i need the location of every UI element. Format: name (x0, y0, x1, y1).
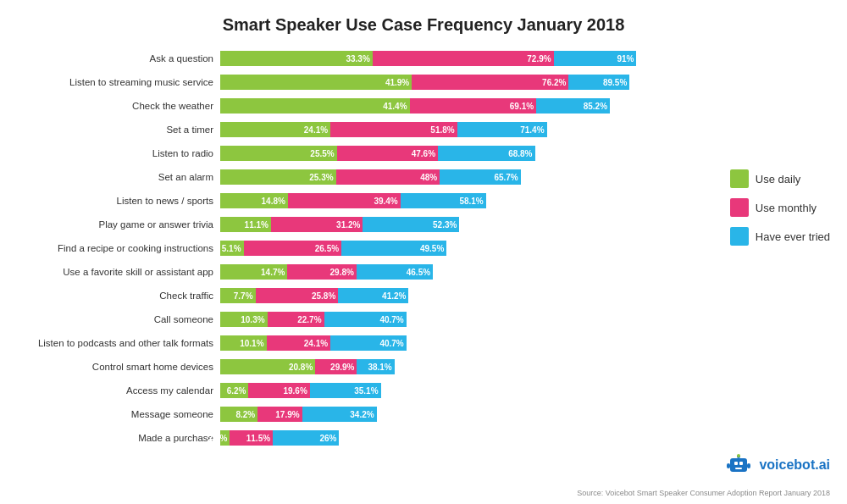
bar-daily: 20.8% (220, 359, 315, 374)
row-label: Set an alarm (17, 165, 220, 189)
bar-daily-label: 6.2% (227, 386, 246, 396)
legend-item-tried: Have ever tried (730, 227, 830, 246)
bar-tried-label: 68.8% (508, 149, 532, 158)
row-label: Listen to podcasts and other talk format… (17, 331, 220, 355)
bar-daily-label: 24.1% (304, 125, 328, 135)
bar-daily: 2.1% (220, 430, 230, 446)
bar-monthly-label: 22.7% (297, 315, 321, 324)
row-label: Check traffic (17, 284, 220, 307)
bar-daily-label: 14.8% (262, 197, 285, 206)
bar-row: 40.7%24.1%10.1% (220, 331, 830, 355)
legend-box-monthly (730, 198, 749, 217)
bar-daily: 10.3% (220, 312, 268, 327)
bar-row: 91%72.9%33.3% (220, 47, 830, 70)
bar-row: 41.2%25.8%7.7% (220, 284, 830, 307)
bar-wrapper: 35.1%19.6%6.2% (220, 383, 381, 398)
bar-monthly-label: 11.5% (246, 434, 270, 443)
bar-tried-label: 38.1% (368, 363, 391, 372)
row-label: Check the weather (17, 94, 220, 118)
bar-row: 34.2%17.9%8.2% (220, 402, 830, 426)
bar-daily-label: 7.7% (234, 291, 253, 301)
bar-daily-label: 2.1% (208, 434, 228, 443)
bar-tried-label: 65.7% (494, 173, 518, 182)
bar-monthly-label: 72.9% (527, 54, 551, 64)
bar-daily: 14.8% (220, 193, 288, 208)
row-label: Made a purchase (17, 426, 220, 450)
bar-tried-label: 89.5% (603, 78, 627, 87)
bar-wrapper: 89.5%76.2%41.9% (220, 75, 629, 90)
voicebot-text: voicebot.ai (759, 457, 830, 473)
bar-daily: 24.1% (220, 122, 330, 137)
bar-row: 35.1%19.6%6.2% (220, 379, 830, 402)
bar-tried-label: 85.2% (584, 102, 607, 111)
bar-daily: 10.1% (220, 335, 267, 351)
bar-wrapper: 91%72.9%33.3% (220, 51, 636, 66)
bar-tried-label: 58.1% (459, 197, 483, 206)
bar-daily-label: 5.1% (222, 244, 241, 253)
chart-body: Ask a questionListen to streaming music … (17, 47, 830, 450)
bar-daily-label: 41.4% (383, 102, 407, 111)
bar-tried-label: 40.7% (379, 315, 403, 324)
row-label: Control smart home devices (17, 355, 220, 379)
bar-wrapper: 46.5%29.8%14.7% (220, 264, 433, 280)
bar-daily: 41.4% (220, 98, 410, 114)
bar-monthly-label: 17.9% (275, 410, 299, 419)
bar-wrapper: 41.2%25.8%7.7% (220, 288, 408, 303)
legend-label-monthly: Use monthly (756, 202, 817, 214)
svg-rect-0 (730, 458, 747, 472)
row-label: Play game or answer trivia (17, 213, 220, 236)
legend-item-daily: Use daily (730, 169, 830, 188)
bar-daily: 41.9% (220, 75, 412, 90)
voicebot-robot-icon (723, 450, 754, 480)
bar-tried-label: 41.2% (382, 291, 406, 301)
row-label: Message someone (17, 402, 220, 426)
legend: Use daily Use monthly Have ever tried (730, 169, 830, 246)
bar-tried-label: 52.3% (433, 220, 457, 230)
bar-tried-label: 71.4% (520, 125, 544, 135)
svg-rect-5 (727, 463, 730, 468)
source-text: Source: Voicebot Smart Speaker Consumer … (577, 489, 830, 497)
bar-daily: 6.2% (220, 383, 248, 398)
bar-daily-label: 20.8% (289, 363, 313, 372)
bar-monthly-label: 25.8% (312, 291, 335, 301)
bar-monthly-label: 76.2% (542, 78, 566, 87)
bar-tried-label: 49.5% (420, 244, 444, 253)
row-label: Listen to streaming music service (17, 70, 220, 94)
bar-row: 46.5%29.8%14.7% (220, 260, 830, 284)
bars-column: 91%72.9%33.3%89.5%76.2%41.9%85.2%69.1%41… (220, 47, 830, 450)
row-label: Use a favorite skill or assistant app (17, 260, 220, 284)
bar-monthly-label: 29.8% (330, 268, 354, 277)
bar-wrapper: 65.7%48%25.3% (220, 169, 521, 185)
bar-wrapper: 26%11.5%2.1% (220, 430, 339, 446)
bar-wrapper: 40.7%22.7%10.3% (220, 312, 407, 327)
bar-tried-label: 26% (319, 434, 336, 443)
bar-daily-label: 25.3% (309, 173, 333, 182)
bar-wrapper: 71.4%51.8%24.1% (220, 122, 547, 137)
bar-monthly-label: 29.9% (330, 363, 354, 372)
bar-wrapper: 68.8%47.6%25.5% (220, 146, 535, 161)
bar-tried-label: 46.5% (407, 268, 430, 277)
bar-wrapper: 38.1%29.9%20.8% (220, 359, 395, 374)
svg-rect-6 (747, 463, 750, 468)
bar-tried-label: 35.1% (354, 386, 378, 396)
legend-item-monthly: Use monthly (730, 198, 830, 217)
bar-tried-label: 34.2% (350, 410, 374, 419)
svg-rect-3 (735, 468, 742, 469)
row-label: Call someone (17, 307, 220, 331)
bar-monthly-label: 47.6% (412, 149, 435, 158)
bar-daily-label: 41.9% (385, 78, 409, 87)
bar-daily: 5.1% (220, 241, 244, 256)
legend-box-daily (730, 169, 749, 188)
bar-monthly-label: 39.4% (374, 197, 397, 206)
bar-row: 40.7%22.7%10.3% (220, 307, 830, 331)
bar-daily: 33.3% (220, 51, 373, 66)
row-label: Access my calendar (17, 379, 220, 402)
bar-daily: 25.5% (220, 146, 337, 161)
bar-daily: 8.2% (220, 407, 257, 422)
bar-row: 38.1%29.9%20.8% (220, 355, 830, 379)
bar-monthly-label: 69.1% (510, 102, 534, 111)
bar-monthly-label: 26.5% (315, 244, 339, 253)
svg-rect-2 (739, 462, 743, 465)
chart-title: Smart Speaker Use Case Frequency January… (17, 15, 830, 35)
legend-label-tried: Have ever tried (756, 230, 830, 243)
